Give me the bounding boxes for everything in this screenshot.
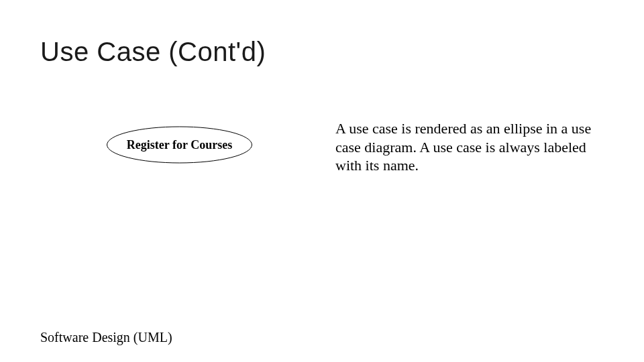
usecase-description: A use case is rendered as an ellipse in … [335,119,604,175]
usecase-label: Register for Courses [104,124,255,166]
slide-title: Use Case (Cont'd) [40,37,266,67]
slide-footer: Software Design (UML) [40,330,172,345]
slide: Use Case (Cont'd) Register for Courses A… [0,0,644,362]
usecase-ellipse: Register for Courses [104,124,255,166]
